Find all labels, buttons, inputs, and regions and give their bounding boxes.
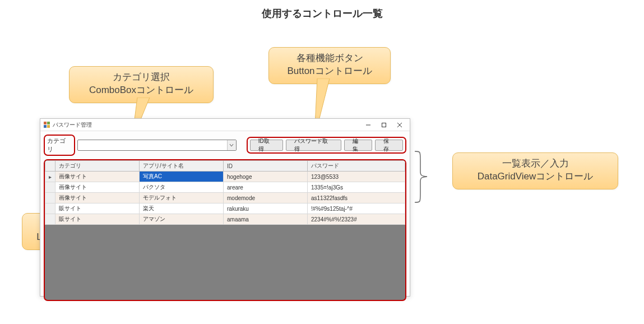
col-header-id[interactable]: ID [224, 161, 308, 172]
page-title: 使用するコントロール一覧 [0, 7, 644, 20]
brace-grid [410, 150, 433, 206]
table-row[interactable]: ▸画像サイト写真AChogehoge123@5533 [45, 172, 405, 182]
cell-id[interactable]: modemode [224, 193, 308, 203]
svg-rect-6 [47, 125, 50, 128]
cell-password[interactable]: as11322fasdfs [308, 193, 405, 203]
table-row[interactable]: 販サイト楽天rakuraku!#%#9s125taj-^# [45, 203, 405, 214]
svg-rect-5 [44, 125, 47, 128]
cell-id[interactable]: areare [224, 182, 308, 193]
cell-category[interactable]: 画像サイト [55, 193, 140, 203]
callout-datagridview: 一覧表示／入力 DataGridViewコントロール [452, 152, 618, 189]
cell-id[interactable]: rakuraku [224, 203, 308, 214]
button-group-outline: ID取得 パスワード取得 編集 保存 [247, 137, 406, 154]
svg-rect-3 [44, 122, 47, 124]
col-header-password[interactable]: パスワード [308, 161, 405, 172]
window-maximize-button[interactable] [376, 119, 392, 131]
callout-buttons-line1: 各種機能ボタン [278, 52, 381, 65]
maximize-icon [381, 122, 387, 128]
cell-app[interactable]: パクソタ [140, 182, 224, 193]
cell-app[interactable]: モデルフォト [140, 193, 224, 203]
grid-corner [45, 161, 55, 172]
close-icon [397, 122, 402, 128]
cell-category[interactable]: 販サイト [55, 203, 140, 214]
table-row[interactable]: 販サイトアマゾンamaama2234#%#%!2323# [45, 214, 405, 225]
svg-rect-8 [382, 123, 386, 127]
callout-grid-line2: DataGridViewコントロール [462, 170, 609, 183]
row-header[interactable]: ▸ [45, 172, 55, 182]
window-minimize-button[interactable] [360, 119, 376, 131]
window-titlebar[interactable]: パスワード管理 [40, 119, 410, 131]
callout-combobox-line1: カテゴリ選択 [78, 71, 204, 84]
cell-password[interactable]: 123@5533 [308, 172, 405, 182]
cell-category[interactable]: 画像サイト [55, 182, 140, 193]
col-header-category[interactable]: カテゴリ [55, 161, 140, 172]
get-id-button[interactable]: ID取得 [250, 140, 284, 151]
svg-rect-4 [47, 122, 50, 124]
cell-password[interactable]: 1335=!aj3Gs [308, 182, 405, 193]
col-header-app[interactable]: アプリ/サイト名 [140, 161, 224, 172]
row-header[interactable] [45, 193, 55, 203]
table-row[interactable]: 画像サイトモデルフォトmodemodeas11322fasdfs [45, 193, 405, 203]
app-window: パスワード管理 カテゴリ ID取得 パスワード取得 編集 保存 [40, 118, 410, 297]
cell-app[interactable]: アマゾン [140, 214, 224, 225]
cell-password[interactable]: !#%#9s125taj-^# [308, 203, 405, 214]
window-title: パスワード管理 [53, 121, 92, 129]
toolbar: カテゴリ ID取得 パスワード取得 編集 保存 [40, 131, 410, 159]
row-header[interactable] [45, 203, 55, 214]
cell-password[interactable]: 2234#%#%!2323# [308, 214, 405, 225]
save-button[interactable]: 保存 [375, 140, 403, 151]
cell-id[interactable]: amaama [224, 214, 308, 225]
data-grid[interactable]: カテゴリ アプリ/サイト名 ID パスワード ▸画像サイト写真AChogehog… [44, 159, 406, 301]
edit-button[interactable]: 編集 [344, 140, 372, 151]
callout-grid-line1: 一覧表示／入力 [462, 158, 609, 170]
window-close-button[interactable] [392, 119, 407, 131]
get-password-button[interactable]: パスワード取得 [286, 140, 341, 151]
minimize-icon [365, 122, 371, 128]
callout-buttons-line2: Buttonコントロール [278, 65, 381, 78]
category-label: カテゴリ [44, 135, 75, 156]
row-header[interactable] [45, 182, 55, 193]
cell-id[interactable]: hogehoge [224, 172, 308, 182]
chevron-down-icon [227, 140, 236, 150]
category-combobox-text [78, 141, 227, 149]
callout-combobox-line2: ComboBoxコントロール [78, 84, 204, 97]
cell-app[interactable]: 写真AC [140, 172, 224, 182]
cell-category[interactable]: 画像サイト [55, 172, 140, 182]
app-icon [44, 122, 50, 128]
cell-app[interactable]: 楽天 [140, 203, 224, 214]
row-header[interactable] [45, 214, 55, 225]
cell-category[interactable]: 販サイト [55, 214, 140, 225]
table-row[interactable]: 画像サイトパクソタareare1335=!aj3Gs [45, 182, 405, 193]
category-combobox[interactable] [77, 140, 237, 151]
grid-header-row: カテゴリ アプリ/サイト名 ID パスワード [45, 161, 405, 172]
